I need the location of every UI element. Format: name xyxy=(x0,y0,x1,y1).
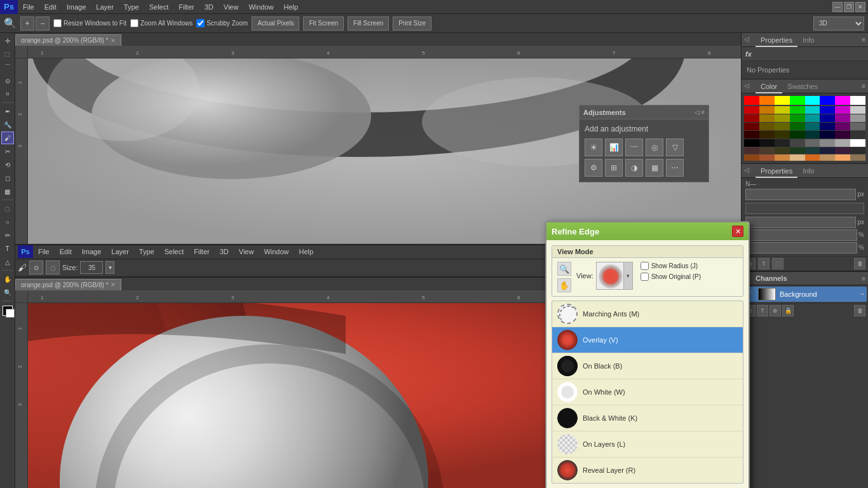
menu-image[interactable]: Image xyxy=(62,0,92,14)
swatch-37[interactable] xyxy=(805,139,820,147)
adj-icon-gradient[interactable]: ▦ xyxy=(646,159,663,177)
adj-icon-brightness[interactable]: ☀ xyxy=(585,139,602,156)
properties-tab-bottom[interactable]: Properties xyxy=(756,164,797,178)
color-yellow[interactable] xyxy=(775,96,790,105)
menu-window[interactable]: Window xyxy=(243,0,278,14)
text-tool[interactable]: T xyxy=(1,242,14,255)
menu-edit-b[interactable]: Edit xyxy=(55,245,77,259)
swatch-26[interactable] xyxy=(759,131,775,139)
swatch-d1[interactable] xyxy=(744,147,759,154)
swatch-6[interactable] xyxy=(820,106,835,114)
swatch-w6[interactable] xyxy=(820,154,835,161)
swatch-2[interactable] xyxy=(759,106,775,114)
panel-menu-top[interactable]: ≡ xyxy=(859,36,868,43)
prop-input-1[interactable] xyxy=(745,189,856,200)
color-orange[interactable] xyxy=(759,96,775,105)
panel-collapse-top[interactable]: ◁ xyxy=(744,36,753,44)
menu-view[interactable]: View xyxy=(219,0,244,14)
adj-menu-btn[interactable]: ≡ xyxy=(701,109,705,116)
color-red[interactable] xyxy=(744,96,759,105)
swatch-d6[interactable] xyxy=(820,147,835,154)
zoom-in-btn[interactable]: + xyxy=(20,17,34,30)
swatch-32[interactable] xyxy=(850,131,865,139)
swatch-17[interactable] xyxy=(744,123,759,130)
swatch-18[interactable] xyxy=(759,123,775,130)
color-cyan[interactable] xyxy=(805,96,820,105)
move-tool[interactable]: ✛ xyxy=(1,34,14,47)
adj-icon-exposure[interactable]: ◎ xyxy=(646,139,663,156)
menu-type[interactable]: Type xyxy=(119,0,144,14)
swatch-34[interactable] xyxy=(759,139,775,147)
fx-button[interactable]: fx xyxy=(745,50,752,58)
show-radius-checkbox[interactable]: Show Radius (J) xyxy=(641,262,701,270)
dodge-tool[interactable]: ○ xyxy=(1,215,14,228)
scrubby-zoom-checkbox[interactable]: Scrubby Zoom xyxy=(196,19,248,27)
swatch-31[interactable] xyxy=(835,131,850,139)
swatch-w4[interactable] xyxy=(790,154,805,161)
menu-view-b[interactable]: View xyxy=(234,245,259,259)
swatch-22[interactable] xyxy=(820,123,835,130)
swatch-25[interactable] xyxy=(744,131,759,139)
zoom-all-windows-checkbox[interactable]: Zoom All Windows xyxy=(130,19,193,27)
ch-btn-2[interactable]: T xyxy=(757,305,768,316)
menu-window-b[interactable]: Window xyxy=(259,245,294,259)
swatch-21[interactable] xyxy=(805,123,820,130)
swatch-1[interactable] xyxy=(744,106,759,114)
adj-icon-colorbalance[interactable]: ⊞ xyxy=(605,159,623,177)
color-magenta[interactable] xyxy=(835,96,850,105)
color-white[interactable] xyxy=(850,96,865,105)
zoom-out-btn[interactable]: − xyxy=(36,17,50,30)
show-original-checkbox[interactable]: Show Original (P) xyxy=(641,273,701,281)
menu-layer[interactable]: Layer xyxy=(91,0,119,14)
view-thumbnail[interactable] xyxy=(596,262,624,290)
lasso-tool[interactable]: ⌒ xyxy=(1,61,14,74)
swatch-w3[interactable] xyxy=(775,154,790,161)
swatch-11[interactable] xyxy=(775,114,790,122)
swatch-16[interactable] xyxy=(850,114,865,122)
bottom-doc-tab[interactable]: orange.psd @ 200% (RGB/8) * ✕ xyxy=(15,279,121,290)
menu-file-b[interactable]: File xyxy=(33,245,55,259)
color-panel-menu[interactable]: ≡ xyxy=(859,83,868,90)
swatch-19[interactable] xyxy=(775,123,790,130)
pen-tool[interactable]: ✏ xyxy=(1,229,14,241)
window-minimize[interactable]: — xyxy=(832,2,843,12)
menu-file[interactable]: File xyxy=(18,0,39,14)
adj-icon-hue[interactable]: ⚙ xyxy=(585,159,602,177)
view-option-black-white[interactable]: Black & White (K) xyxy=(552,405,743,431)
properties-tab[interactable]: Properties xyxy=(756,33,797,47)
swatch-8[interactable] xyxy=(850,106,865,114)
prop-input-2[interactable] xyxy=(745,217,856,228)
swatch-12[interactable] xyxy=(790,114,805,122)
swatch-d5[interactable] xyxy=(805,147,820,154)
swatch-w7[interactable] xyxy=(835,154,850,161)
window-close[interactable]: ✕ xyxy=(855,2,865,12)
adj-collapse-btn[interactable]: ◁ xyxy=(695,109,700,116)
swatch-d8[interactable] xyxy=(850,147,865,154)
brush-size-dropdown[interactable]: ▼ xyxy=(105,261,114,274)
menu-3d[interactable]: 3D xyxy=(200,0,219,14)
background-color[interactable] xyxy=(6,309,15,318)
menu-3d-b[interactable]: 3D xyxy=(215,245,234,259)
swatch-29[interactable] xyxy=(805,131,820,139)
swatch-20[interactable] xyxy=(790,123,805,130)
clone-tool[interactable]: ✂ xyxy=(1,145,14,158)
swatch-30[interactable] xyxy=(820,131,835,139)
info-tab-bottom[interactable]: Info xyxy=(797,164,819,178)
swatch-7[interactable] xyxy=(835,106,850,114)
crop-tool[interactable]: ⌗ xyxy=(1,88,14,100)
eyedropper-tool[interactable]: ✒ xyxy=(1,105,14,118)
info-tab[interactable]: Info xyxy=(797,33,819,47)
view-option-overlay[interactable]: Overlay (V) xyxy=(552,327,743,353)
view-option-on-layers[interactable]: On Layers (L) xyxy=(552,431,743,458)
menu-layer-b[interactable]: Layer xyxy=(106,245,134,259)
color-green[interactable] xyxy=(790,96,805,105)
ch-btn-4[interactable]: 🔒 xyxy=(782,305,794,316)
view-option-reveal-layer[interactable]: Reveal Layer (R) xyxy=(552,458,743,483)
brush-tool-icon[interactable]: 🖌 xyxy=(18,262,27,273)
swatch-4[interactable] xyxy=(790,106,805,114)
menu-select-b[interactable]: Select xyxy=(159,245,189,259)
view-option-on-white[interactable]: On White (W) xyxy=(552,379,743,405)
swatch-14[interactable] xyxy=(820,114,835,122)
menu-filter-b[interactable]: Filter xyxy=(189,245,214,259)
channels-menu[interactable]: ≡ xyxy=(859,275,868,282)
